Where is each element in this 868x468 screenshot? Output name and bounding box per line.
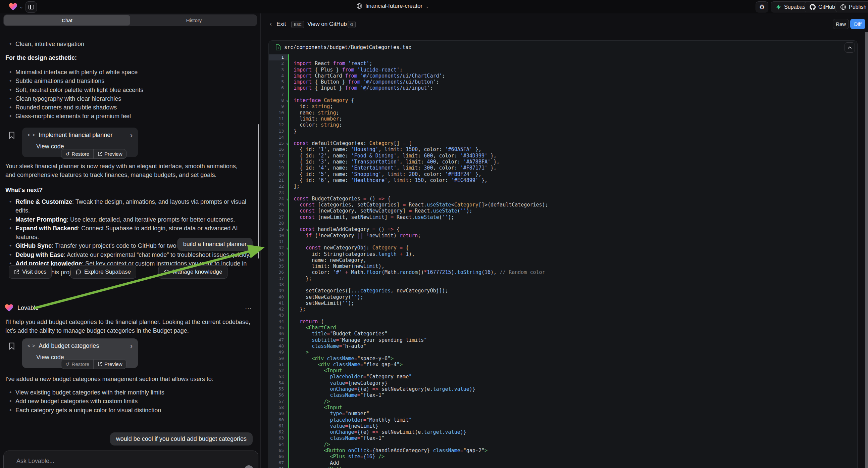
diff-toggle-button[interactable]: Diff (850, 19, 865, 29)
line-number[interactable]: 13 (269, 128, 288, 134)
line-number[interactable]: 16 (269, 146, 288, 152)
line-number[interactable]: 52 (269, 368, 288, 374)
lovable-logo-menu[interactable]: ⌄ (9, 3, 23, 11)
view-on-github-button[interactable]: View on GitHub (307, 21, 347, 28)
line-number[interactable]: 30 (269, 233, 288, 239)
restore-button[interactable]: ↺ Restore (61, 359, 93, 369)
line-number[interactable]: 55 (269, 386, 288, 392)
line-number[interactable]: 7 (269, 91, 288, 97)
line-number[interactable]: 10 (269, 110, 288, 116)
code-editor[interactable]: 12import React from 'react';3import { Pl… (269, 54, 857, 468)
github-button[interactable]: GitHub (805, 1, 840, 12)
line-number[interactable]: 63 (269, 435, 288, 441)
line-number[interactable]: 60 (269, 417, 288, 423)
line-number[interactable]: 21 (269, 177, 288, 183)
line-number[interactable]: 17 (269, 153, 288, 159)
line-number[interactable]: 24∨ (269, 196, 288, 202)
line-number[interactable]: 48 (269, 343, 288, 349)
line-number[interactable]: 43 (269, 312, 288, 318)
line-number[interactable]: 33 (269, 251, 288, 257)
preview-button[interactable]: Preview (93, 359, 126, 369)
line-number[interactable]: 11 (269, 116, 288, 122)
line-number[interactable]: 37 (269, 275, 288, 282)
line-number[interactable]: 26 (269, 208, 288, 214)
line-number[interactable]: 12 (269, 122, 288, 128)
tab-chat[interactable]: Chat (4, 15, 130, 26)
line-number[interactable]: 64 (269, 441, 288, 447)
collapse-file-button[interactable] (844, 42, 855, 53)
line-number[interactable]: 59 (269, 411, 288, 417)
line-number[interactable]: 27 (269, 214, 288, 220)
back-chevron-icon[interactable]: ‹ (270, 21, 272, 28)
line-number[interactable]: 62 (269, 429, 288, 435)
line-number[interactable]: 20 (269, 171, 288, 177)
line-number[interactable]: 58 (269, 405, 288, 411)
line-number[interactable]: 3 (269, 67, 288, 73)
toggle-sidebar-button[interactable] (26, 1, 37, 13)
line-number[interactable]: 35 (269, 263, 288, 269)
explore-supabase-button[interactable]: Explore Supabase (70, 265, 136, 279)
publish-button[interactable]: Publish (835, 1, 868, 12)
line-number[interactable]: 8∨ (269, 97, 288, 104)
line-number[interactable]: 46 (269, 331, 288, 337)
line-number[interactable]: 18 (269, 159, 288, 165)
line-number[interactable]: 29∨ (269, 226, 288, 232)
restore-button[interactable]: ↺ Restore (61, 149, 93, 158)
bookmark-icon[interactable] (9, 131, 15, 139)
line-number[interactable]: 40 (269, 294, 288, 300)
prompt-input-box[interactable]: Ask Lovable... Attach Edit (3, 450, 258, 468)
line-number[interactable]: 34 (269, 257, 288, 263)
line-number[interactable]: 41 (269, 300, 288, 306)
raw-toggle-button[interactable]: Raw (833, 19, 849, 29)
manage-knowledge-button[interactable]: Manage knowledge (158, 265, 227, 279)
line-number[interactable]: 15∨ (269, 140, 288, 146)
line-number[interactable]: 38 (269, 282, 288, 288)
project-switcher[interactable]: financial-future-creator ⌄ (356, 3, 429, 9)
send-button[interactable]: ↑ (244, 465, 253, 468)
line-number[interactable]: 28 (269, 220, 288, 226)
line-number[interactable]: 31 (269, 239, 288, 245)
line-number[interactable]: 2 (269, 60, 288, 66)
line-number[interactable]: 25 (269, 202, 288, 208)
line-number[interactable]: 5 (269, 79, 288, 85)
line-number[interactable]: 32∨ (269, 245, 288, 251)
line-number[interactable]: 6 (269, 85, 288, 91)
line-number[interactable]: 4 (269, 73, 288, 79)
line-number[interactable]: 14 (269, 134, 288, 140)
line-number[interactable]: 36 (269, 269, 288, 275)
file-card-header[interactable]: src/components/budget/BudgetCategories.t… (269, 40, 857, 54)
line-number[interactable]: 45 (269, 325, 288, 331)
preview-button[interactable]: Preview (93, 149, 126, 158)
line-number[interactable]: 54 (269, 380, 288, 386)
bookmark-icon[interactable] (9, 343, 15, 350)
line-number[interactable]: 57 (269, 399, 288, 405)
line-number[interactable]: 47 (269, 337, 288, 343)
line-number[interactable]: 65 (269, 447, 288, 454)
line-number[interactable]: 53 (269, 374, 288, 380)
assistant-paragraph: I'll help you add budget categories to t… (5, 318, 252, 335)
line-number[interactable]: 68 (269, 466, 288, 468)
line-number[interactable]: 39 (269, 288, 288, 294)
line-number[interactable]: 23 (269, 190, 288, 196)
message-menu-button[interactable]: ⋯ (245, 304, 252, 312)
code-scrollbar[interactable] (865, 32, 868, 468)
code-text: setNewCategory(''); (289, 294, 363, 300)
settings-button[interactable]: ⚙ (755, 1, 768, 12)
line-number[interactable]: 19 (269, 165, 288, 171)
line-number[interactable]: 22 (269, 183, 288, 189)
exit-button[interactable]: Exit (276, 21, 286, 28)
line-number[interactable]: 50 (269, 355, 288, 361)
line-number[interactable]: 44 (269, 319, 288, 325)
line-number[interactable]: 67 (269, 460, 288, 466)
line-number[interactable]: 42 (269, 306, 288, 312)
line-number[interactable]: 51 (269, 361, 288, 368)
tab-history[interactable]: History (131, 14, 257, 26)
chat-scrollbar[interactable] (258, 124, 259, 259)
visit-docs-button[interactable]: Visit docs (9, 265, 52, 279)
line-number[interactable]: 49 (269, 349, 288, 355)
line-number[interactable]: 61 (269, 423, 288, 429)
line-number[interactable]: 9 (269, 104, 288, 110)
line-number[interactable]: 66 (269, 454, 288, 460)
line-number[interactable]: 56 (269, 392, 288, 398)
line-number[interactable]: 1 (269, 54, 288, 60)
